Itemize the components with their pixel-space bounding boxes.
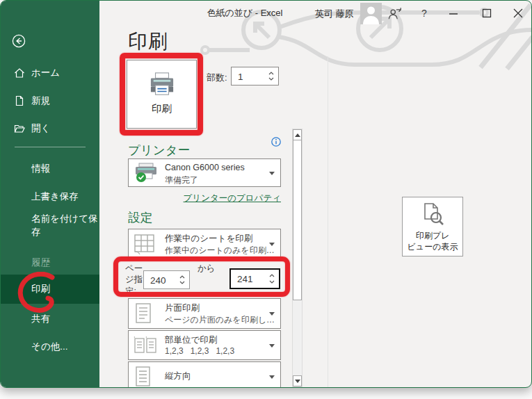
sidebar-divider — [15, 147, 86, 147]
back-arrow-icon — [12, 34, 26, 48]
page-from-spinner-buttons[interactable] — [179, 271, 186, 288]
sidebar-item-share[interactable]: 共有 — [1, 309, 99, 329]
share-contact-button[interactable] — [387, 6, 403, 21]
page-range-to-label: から — [198, 263, 216, 275]
user-name: 英司 藤原 — [315, 8, 354, 20]
chevron-up-icon[interactable] — [269, 274, 275, 277]
page-title: 印刷 — [128, 28, 168, 55]
printer-name: Canon G6000 series — [165, 163, 245, 172]
copies-value: 1 — [238, 71, 243, 81]
print-what-dropdown[interactable]: 作業中のシートを印刷 作業中のシートのみを印刷… — [128, 229, 281, 259]
info-icon[interactable] — [271, 137, 281, 147]
sidebar-item-label: 名前を付けて保存 — [31, 213, 99, 239]
scrollbar-thumb[interactable] — [293, 140, 302, 300]
titlebar: 色紙の並び - Excel 英司 藤原 ? — [1, 1, 531, 26]
dropdown-arrow-icon — [269, 344, 275, 348]
chevron-up-icon[interactable] — [268, 72, 274, 75]
sidebar-item-label: 上書き保存 — [31, 190, 99, 204]
help-button[interactable]: ? — [417, 6, 432, 21]
page-from-value: 240 — [150, 275, 166, 285]
sidebar-item-history: 履歴 — [1, 253, 99, 272]
print-backstage-main: 印刷 印刷 部数: 1 — [99, 26, 531, 387]
scroll-down-button[interactable] — [293, 375, 302, 386]
user-avatar[interactable] — [360, 3, 382, 24]
print-preview-label-line1: 印刷プレ — [408, 230, 458, 241]
copies-label: 部数: — [207, 72, 227, 84]
print-preview-icon — [419, 202, 446, 229]
printer-status: 準備完了 — [165, 174, 198, 186]
sidebar-item-new[interactable]: 新規 — [1, 91, 99, 111]
sidebar-item-label: その他... — [31, 341, 99, 354]
collation-subtitle: 1,2,3 1,2,3 1,2,3 — [165, 346, 234, 356]
scroll-up-icon — [295, 133, 300, 137]
print-button[interactable]: 印刷 — [127, 60, 197, 129]
printer-icon — [147, 72, 177, 97]
duplex-dropdown[interactable]: 片面印刷 ページの片面のみを印刷し… — [128, 298, 281, 329]
collation-title: 部単位で印刷 — [165, 334, 217, 346]
close-icon — [513, 8, 523, 18]
person-feedback-icon — [387, 6, 403, 20]
maximize-button[interactable] — [479, 6, 494, 21]
page-to-spinner-focused[interactable]: 241 — [229, 268, 280, 289]
settings-section-heading: 設定 — [128, 209, 152, 226]
open-folder-icon — [14, 123, 25, 134]
sidebar-item-save-as[interactable]: 名前を付けて保存 — [1, 211, 99, 243]
dropdown-arrow-icon — [269, 172, 275, 175]
chevron-down-icon[interactable] — [268, 77, 274, 81]
printer-properties-link[interactable]: プリンターのプロパティ — [128, 193, 281, 204]
copies-spinner[interactable]: 1 — [231, 67, 279, 86]
sidebar-item-info[interactable]: 情報 — [1, 159, 99, 179]
pane-divider — [328, 56, 328, 388]
page-to-value: 241 — [237, 274, 253, 284]
sidebar-item-home[interactable]: ホーム — [1, 63, 99, 83]
sidebar-item-label: 共有 — [31, 313, 99, 326]
sidebar-item-print-selected[interactable]: 印刷 — [1, 275, 99, 304]
collation-dropdown[interactable]: 部単位で印刷 1,2,3 1,2,3 1,2,3 — [128, 330, 281, 360]
scroll-down-icon — [295, 380, 300, 383]
show-print-preview-button[interactable]: 印刷プレ ビューの表示 — [402, 197, 463, 256]
copies-spinner-buttons[interactable] — [268, 67, 275, 85]
print-button-label: 印刷 — [152, 102, 172, 115]
print-preview-label: 印刷プレ ビューの表示 — [408, 230, 458, 252]
person-icon — [360, 3, 382, 24]
sidebar-item-label: 情報 — [31, 163, 99, 176]
page-from-spinner[interactable]: 240 — [143, 270, 190, 289]
dropdown-arrow-icon — [269, 243, 275, 246]
worksheet-grid-icon — [134, 234, 156, 254]
sidebar-item-label: 新規 — [31, 95, 99, 108]
sidebar-item-label: ホーム — [31, 67, 99, 80]
sidebar: ホーム 新規 開く 情報 上書き保存 名前を付 — [1, 1, 99, 387]
close-button[interactable] — [510, 6, 526, 21]
settings-scrollbar[interactable] — [292, 129, 303, 387]
sidebar-item-label: 印刷 — [31, 283, 99, 296]
sidebar-item-label: 履歴 — [31, 256, 99, 270]
printer-selector-dropdown[interactable]: Canon G6000 series 準備完了 — [128, 158, 281, 187]
sidebar-item-save[interactable]: 上書き保存 — [1, 187, 99, 206]
back-button[interactable] — [12, 34, 26, 48]
collated-pages-icon — [134, 336, 159, 355]
window-title: 色紙の並び - Excel — [175, 7, 314, 19]
sidebar-item-more[interactable]: その他... — [1, 337, 99, 357]
minimize-button[interactable] — [446, 6, 461, 21]
new-file-icon — [14, 95, 25, 106]
sidebar-item-label: 開く — [31, 122, 99, 136]
scroll-up-button[interactable] — [293, 129, 302, 140]
page-to-spinner-buttons[interactable] — [268, 270, 275, 288]
duplex-title: 片面印刷 — [165, 302, 200, 314]
chevron-down-icon[interactable] — [179, 281, 185, 284]
orientation-dropdown[interactable]: 縦方向 — [128, 361, 281, 388]
sidebar-item-open[interactable]: 開く — [1, 119, 99, 138]
dropdown-arrow-icon — [269, 375, 275, 379]
printer-device-icon — [134, 163, 160, 184]
print-what-title: 作業中のシートを印刷 — [165, 233, 252, 245]
one-sided-page-icon — [134, 302, 154, 325]
excel-backstage-window: 色紙の並び - Excel 英司 藤原 ? — [0, 0, 532, 388]
chevron-up-icon[interactable] — [179, 275, 185, 279]
print-preview-label-line2: ビューの表示 — [408, 241, 458, 252]
chevron-down-icon[interactable] — [269, 280, 275, 284]
minimize-icon — [449, 8, 458, 18]
portrait-page-icon — [134, 366, 153, 388]
orientation-title: 縦方向 — [165, 370, 191, 382]
printer-section-heading: プリンター — [128, 142, 190, 158]
screenshot-stage: 色紙の並び - Excel 英司 藤原 ? — [0, 0, 532, 399]
